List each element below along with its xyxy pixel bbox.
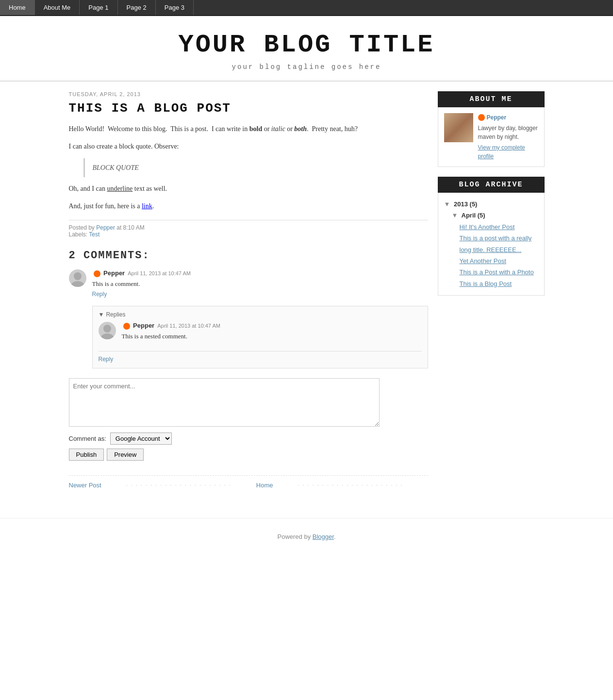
- view-profile-link[interactable]: View my complete profile: [478, 144, 525, 160]
- link-paragraph: And, just for fun, here is a link.: [69, 200, 428, 212]
- post-title: THIS IS A BLOG POST: [69, 101, 428, 116]
- site-title: YOUR BLOG TITLE: [10, 31, 603, 59]
- replies-block: ▼ Replies Pepper April 11, 2013 at: [92, 306, 428, 368]
- sidebar-blog-archive: BLOG ARCHIVE ▼ 2013 (5) ▼ April (5) Hi! …: [438, 177, 545, 296]
- comment-author-name: Pepper: [92, 269, 127, 277]
- nested-comment-text: This is a nested comment.: [122, 332, 422, 341]
- replies-label: Replies: [106, 311, 125, 318]
- site-header: YOUR BLOG TITLE your blog tagline goes h…: [0, 16, 613, 82]
- month-count: (5): [478, 212, 485, 219]
- month-label: April: [462, 212, 476, 219]
- archive-post-2[interactable]: This is a post with a really long title.…: [444, 233, 538, 255]
- comment-textarea[interactable]: [69, 378, 380, 427]
- preview-button[interactable]: Preview: [107, 449, 144, 461]
- label-link[interactable]: Test: [89, 231, 99, 238]
- about-description: Lawyer by day, blogger maven by night.: [478, 124, 538, 141]
- content-area: TUESDAY, APRIL 2, 2013 THIS IS A BLOG PO…: [69, 91, 428, 489]
- blogger-link[interactable]: Blogger: [313, 533, 334, 540]
- nav-item-page1[interactable]: Page 1: [80, 0, 117, 15]
- archive-post-5[interactable]: This is a Blog Post: [444, 278, 538, 289]
- nav-item-home[interactable]: Home: [0, 0, 35, 15]
- nav-item-page3[interactable]: Page 3: [156, 0, 194, 15]
- post-date: TUESDAY, APRIL 2, 2013: [69, 91, 428, 97]
- year-label: 2013: [454, 200, 468, 208]
- nav-item-page2[interactable]: Page 2: [118, 0, 156, 15]
- archive-year-2013[interactable]: ▼ 2013 (5): [444, 199, 538, 210]
- post-body: Hello World! Welcome to this blog. This …: [69, 123, 428, 212]
- about-me-title: ABOUT ME: [438, 91, 545, 107]
- replies-toggle[interactable]: ▼ Replies: [99, 311, 422, 318]
- blog-post: TUESDAY, APRIL 2, 2013 THIS IS A BLOG PO…: [69, 91, 428, 238]
- post-intro-paragraph: Hello World! Welcome to this blog. This …: [69, 123, 428, 135]
- archive-post-4[interactable]: This is a Post with a Photo: [444, 267, 538, 278]
- about-name-text: Pepper: [487, 113, 507, 122]
- fun-link[interactable]: link: [142, 202, 152, 210]
- comment-text: This is a comment.: [92, 279, 428, 289]
- blockquote-intro: I can also create a block quote. Observe…: [69, 141, 428, 152]
- block-quote: BLOCK QUOTE: [83, 158, 428, 178]
- nested-comment-author: Pepper: [122, 322, 156, 329]
- nested-comment-content: Pepper April 11, 2013 at 10:47 AM This i…: [122, 322, 422, 343]
- about-avatar-image: [444, 113, 473, 142]
- nav-item-about-me[interactable]: About Me: [35, 0, 80, 15]
- comment-as-label: Comment as:: [69, 435, 106, 442]
- blog-archive-content: ▼ 2013 (5) ▼ April (5) Hi! It's Another …: [438, 193, 545, 296]
- nested-reply-link[interactable]: Reply: [99, 356, 114, 363]
- month-toggle-arrow: ▼: [452, 212, 458, 219]
- publish-button[interactable]: Publish: [69, 449, 104, 461]
- about-blogger-icon: [478, 114, 485, 121]
- comment-item: Pepper April 11, 2013 at 10:47 AM This i…: [69, 269, 428, 299]
- nested-comment-avatar: [99, 322, 116, 339]
- form-buttons: Publish Preview: [69, 449, 428, 461]
- about-me-row: Pepper Lawyer by day, blogger maven by n…: [444, 113, 538, 161]
- bold-text: bold: [249, 125, 262, 133]
- about-me-content: Pepper Lawyer by day, blogger maven by n…: [438, 107, 545, 167]
- comment-author-row: Pepper April 11, 2013 at 10:47 AM: [92, 269, 428, 277]
- italic-text: italic: [271, 125, 285, 133]
- year-count: (5): [470, 200, 478, 208]
- nested-blogger-icon: [123, 323, 130, 330]
- posted-by-label: Posted by: [69, 224, 95, 231]
- svg-point-1: [71, 281, 84, 287]
- comment-form: Comment as: Google Account Publish Previ…: [69, 378, 428, 461]
- bolditalic-text: both: [294, 125, 307, 133]
- nested-comment-date: April 11, 2013 at 10:47 AM: [156, 323, 220, 329]
- archive-post-1[interactable]: Hi! It's Another Post: [444, 221, 538, 233]
- labels-label: Labels:: [69, 231, 88, 238]
- post-author-link[interactable]: Pepper: [96, 224, 115, 231]
- about-text: Pepper Lawyer by day, blogger maven by n…: [478, 113, 538, 161]
- nested-comment: Pepper April 11, 2013 at 10:47 AM This i…: [99, 322, 422, 343]
- newer-post-link[interactable]: Newer Post: [69, 482, 101, 489]
- toggle-arrow: ▼: [99, 311, 104, 318]
- sidebar-about-me: ABOUT ME Pepper Lawyer by day, blogger m…: [438, 91, 545, 167]
- comment-avatar: [69, 269, 86, 287]
- nested-comment-author-row: Pepper April 11, 2013 at 10:47 AM: [122, 322, 422, 330]
- nested-reply-input: Reply: [99, 351, 422, 363]
- footer-powered-by: Powered by: [278, 533, 311, 540]
- sidebar: ABOUT ME Pepper Lawyer by day, blogger m…: [438, 91, 545, 489]
- blog-archive-title: BLOG ARCHIVE: [438, 177, 545, 193]
- comment-reply-link[interactable]: Reply: [92, 291, 107, 298]
- comment-as-row: Comment as: Google Account: [69, 433, 428, 445]
- nav-bar: HomeAbout MePage 1Page 2Page 3: [0, 0, 613, 16]
- archive-month-april[interactable]: ▼ April (5): [444, 210, 538, 221]
- comment-content: Pepper April 11, 2013 at 10:47 AM This i…: [92, 269, 428, 299]
- about-avatar: [444, 113, 473, 142]
- comment-as-select[interactable]: Google Account: [110, 433, 172, 445]
- comment-date: April 11, 2013 at 10:47 AM: [127, 270, 191, 276]
- svg-point-3: [100, 333, 114, 339]
- underline-paragraph: Oh, and I can underline text as well.: [69, 183, 428, 195]
- year-toggle-arrow: ▼: [444, 200, 450, 208]
- post-time: 8:10 AM: [123, 224, 145, 231]
- svg-point-0: [74, 272, 82, 280]
- post-nav-dots: · · · · · · · · · · · · · · · · · · · · …: [101, 482, 256, 488]
- comments-heading: 2 COMMENTS:: [69, 250, 428, 262]
- home-link[interactable]: Home: [256, 482, 273, 489]
- post-meta: Posted by Pepper at 8:10 AM Labels: Test: [69, 220, 428, 238]
- site-footer: Powered by Blogger.: [0, 518, 613, 555]
- underline-word: underline: [107, 185, 133, 192]
- archive-post-3[interactable]: Yet Another Post: [444, 255, 538, 267]
- site-tagline: your blog tagline goes here: [10, 63, 603, 71]
- blogger-icon: [94, 270, 100, 277]
- post-nav-dots-right: · · · · · · · · · · · · · · · · · · · · …: [273, 482, 428, 488]
